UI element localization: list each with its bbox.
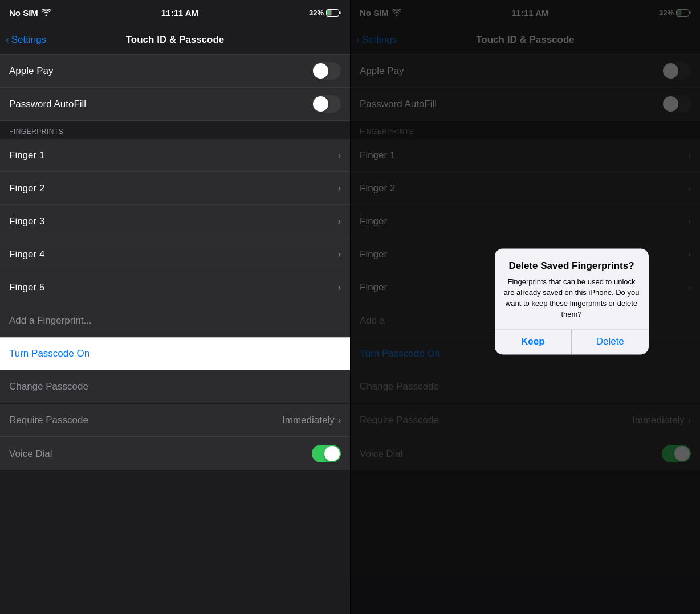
dialog-title: Delete Saved Fingerprints? [504,260,640,272]
password-autofill-row-left[interactable]: Password AutoFill [0,88,350,121]
require-passcode-value-left: Immediately [282,415,335,426]
finger3-row-left[interactable]: Finger 3 › [0,205,350,238]
back-button-left[interactable]: ‹ Settings [6,34,46,46]
apple-pay-row-left[interactable]: Apple Pay [0,55,350,88]
dialog-overlay: Delete Saved Fingerprints? Fingerprints … [351,0,700,614]
finger1-row-left[interactable]: Finger 1 › [0,139,350,172]
finger4-label-left: Finger 4 [9,249,338,260]
add-fingerprint-label-left: Add a Fingerprint... [9,315,341,326]
svg-rect-1 [339,11,341,14]
finger1-label-left: Finger 1 [9,150,338,161]
fingerprints-header-left: FINGERPRINTS [0,121,350,139]
back-label-left: Settings [11,34,46,46]
voice-dial-label-left: Voice Dial [9,448,312,460]
finger4-row-left[interactable]: Finger 4 › [0,238,350,271]
delete-button[interactable]: Delete [572,330,649,355]
finger1-chevron-left: › [338,150,341,161]
left-phone-panel: No SIM 11:11 AM 32% ‹ Settings Touch ID [0,0,350,614]
password-autofill-toggle-left[interactable] [312,95,341,113]
settings-content-left: Apple Pay Password AutoFill FINGERPRINTS… [0,55,350,614]
dialog-buttons: Keep Delete [495,329,649,355]
dialog-message: Fingerprints that can be used to unlock … [504,277,640,320]
delete-fingerprints-dialog: Delete Saved Fingerprints? Fingerprints … [495,248,649,354]
apple-pay-toggle-left[interactable] [312,62,341,80]
require-passcode-chevron-left: › [338,415,341,425]
finger5-chevron-left: › [338,283,341,293]
password-autofill-label-left: Password AutoFill [9,99,312,110]
battery-icon-left [326,9,341,17]
finger5-label-left: Finger 5 [9,282,338,293]
right-phone-panel: No SIM 11:11 AM 32% ‹ Settings Touch ID [350,0,700,614]
status-left-info: No SIM [9,8,51,18]
password-autofill-thumb-left [313,96,328,112]
finger3-label-left: Finger 3 [9,216,338,227]
voice-dial-row-left[interactable]: Voice Dial [0,437,350,470]
apple-pay-thumb-left [313,63,328,79]
apple-pay-label-left: Apple Pay [9,66,312,77]
require-passcode-row-left[interactable]: Require Passcode Immediately › [0,404,350,437]
no-sim-label: No SIM [9,8,38,18]
turn-passcode-on-label-left: Turn Passcode On [9,348,341,359]
change-passcode-row-left[interactable]: Change Passcode [0,370,350,403]
wifi-icon [42,9,51,16]
finger2-chevron-left: › [338,183,341,194]
add-fingerprint-row-left[interactable]: Add a Fingerprint... [0,304,350,337]
finger5-row-left[interactable]: Finger 5 › [0,271,350,304]
battery-percent-left: 32% [309,9,324,17]
keep-button[interactable]: Keep [495,330,572,355]
finger2-row-left[interactable]: Finger 2 › [0,172,350,205]
finger2-label-left: Finger 2 [9,183,338,194]
change-passcode-label-left: Change Passcode [9,381,341,392]
svg-rect-3 [327,10,329,15]
turn-passcode-on-row-left[interactable]: Turn Passcode On [0,337,350,370]
nav-title-left: Touch ID & Passcode [126,34,225,46]
finger4-chevron-left: › [338,249,341,260]
dialog-content: Delete Saved Fingerprints? Fingerprints … [495,248,649,329]
back-chevron-left: ‹ [6,34,9,46]
status-time-left: 11:11 AM [161,8,198,18]
finger3-chevron-left: › [338,216,341,227]
voice-dial-thumb-left [324,446,340,461]
status-battery-left: 32% [309,9,341,17]
status-bar-left: No SIM 11:11 AM 32% [0,0,350,25]
require-passcode-label-left: Require Passcode [9,415,282,426]
nav-bar-left: ‹ Settings Touch ID & Passcode [0,25,350,55]
voice-dial-toggle-left[interactable] [312,445,341,462]
